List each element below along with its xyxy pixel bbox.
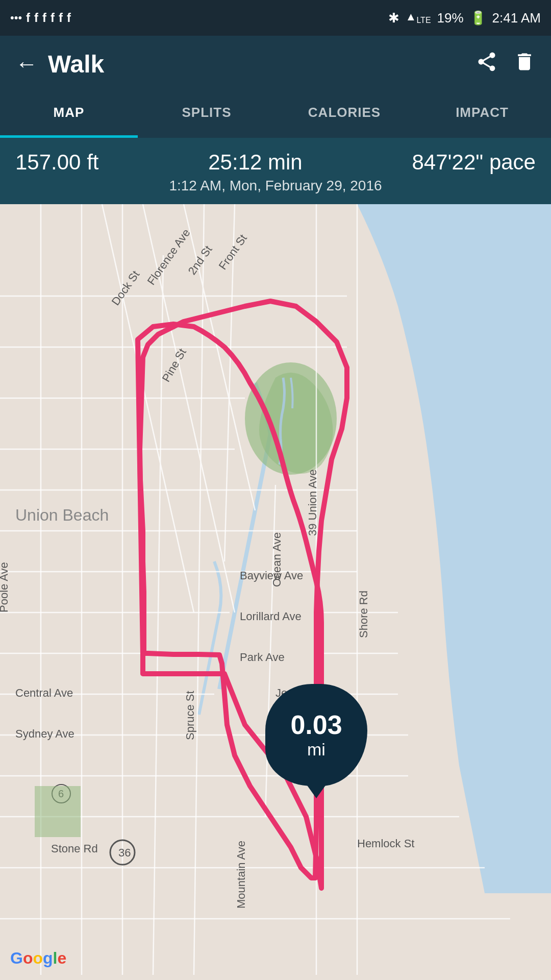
share-button[interactable] [475,51,498,78]
google-e: e [57,949,66,967]
facebook-icon-5: f [59,11,63,25]
status-notifications: ••• f f f f f f [10,11,71,25]
facebook-icon-6: f [67,11,71,25]
notification-dots: ••• [10,11,22,24]
google-o1: o [23,949,33,967]
street-label-hemlock: Hemlock St [357,837,414,850]
facebook-icon-3: f [42,11,46,25]
map-container[interactable]: Dock St Florence Ave 2nd St Front St Pin… [0,204,551,975]
google-g: G [10,949,23,967]
clock: 2:41 AM [492,10,541,26]
google-g2: g [43,949,53,967]
street-label-spruce: Spruce St [184,691,196,740]
tab-map[interactable]: MAP [0,92,138,138]
action-icons [475,51,536,78]
street-label-mountain: Mountain Ave [235,841,247,909]
street-label-39union: 39 Union Ave [306,470,319,536]
tab-calories[interactable]: CALORIES [276,92,413,138]
distance-bubble: 0.03 mi [265,684,367,786]
bubble-distance-value: 0.03 [290,710,342,740]
area-label-union-beach: Union Beach [15,506,109,524]
street-label-poole: Poole Ave [0,562,10,612]
bubble-distance-unit: mi [307,740,325,760]
stat-pace: 847'22" pace [412,150,536,175]
status-indicators: ✱ ▲LTE 19% 🔋 2:41 AM [388,10,541,26]
battery-level: 19% [437,10,464,26]
stat-distance: 157.00 ft [15,150,98,175]
stat-date: 1:12 AM, Mon, February 29, 2016 [15,178,536,194]
route-number-36: 36 [118,846,131,859]
battery-icon: 🔋 [470,10,486,26]
street-label-shore: Shore Rd [357,591,370,638]
stats-bar: 157.00 ft 25:12 min 847'22" pace 1:12 AM… [0,138,551,204]
street-label-stone: Stone Rd [51,842,98,855]
street-label-central: Central Ave [15,687,73,699]
back-button[interactable]: ← [15,51,38,77]
stat-duration: 25:12 min [208,150,302,175]
street-label-park: Park Ave [240,651,285,664]
facebook-icon-1: f [26,11,30,25]
delete-button[interactable] [513,51,536,78]
tab-splits[interactable]: SPLITS [138,92,276,138]
street-label-ocean: Ocean Ave [270,532,283,587]
facebook-icon-4: f [51,11,55,25]
facebook-icon-2: f [34,11,38,25]
signal-icon: ▲LTE [406,10,431,25]
street-label-lorillard: Lorillard Ave [240,610,302,623]
street-label-sydney: Sydney Ave [15,727,74,740]
page-title: Walk [48,50,475,78]
status-bar: ••• f f f f f f ✱ ▲LTE 19% 🔋 2:41 AM [0,0,551,36]
bluetooth-icon: ✱ [388,10,399,26]
tab-impact[interactable]: IMPACT [413,92,551,138]
small-park [35,786,81,837]
google-o2: o [33,949,43,967]
app-bar: ← Walk [0,36,551,92]
tab-bar: MAP SPLITS CALORIES IMPACT [0,92,551,138]
google-logo: Google [10,949,66,968]
